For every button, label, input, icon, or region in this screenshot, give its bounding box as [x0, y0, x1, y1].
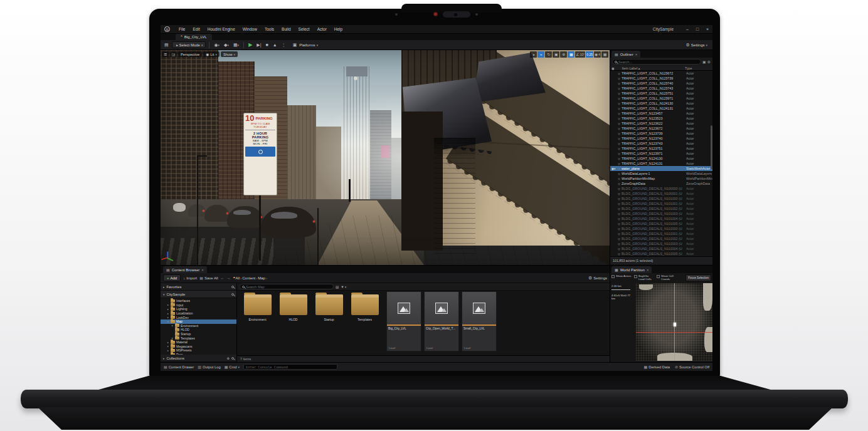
outliner-row[interactable]: ◎BLDG_GROUND_DECALS_N100000 (UActor — [610, 186, 712, 191]
outliner-row[interactable]: ◎WorldDataLayers-1WorldDataLayers — [610, 171, 712, 176]
show-cell-coords-checkbox[interactable]: Show Cell Coords — [657, 274, 678, 281]
outliner-row[interactable]: ◎TRAFFIC_LIGHT_N123457Actor — [610, 111, 712, 116]
platforms-button[interactable]: ▣ Platforms ▾ — [289, 41, 320, 48]
folder-tile-hlod[interactable]: HLOD — [275, 292, 311, 321]
outliner-row[interactable]: ◎TRAFFIC_LIGHT_N123740Actor — [610, 136, 712, 141]
save-icon[interactable]: ▤ — [163, 43, 170, 48]
search-icon[interactable] — [231, 357, 234, 360]
settings-button[interactable]: ⚙ Settings ▾ — [684, 41, 710, 48]
focus-selection-button[interactable]: Focus Selection — [685, 274, 711, 281]
outliner-row[interactable]: ◎TRAFFIC_LIGHT_N123971Actor — [610, 151, 712, 156]
viewport-menu-icon[interactable]: ☰ — [162, 51, 169, 57]
menu-window[interactable]: Window — [239, 27, 261, 31]
viewport[interactable]: 10 PARKING 9PM TO 11AM TUESDAY 2 HOUR PA… — [161, 50, 610, 265]
citysample-root[interactable]: ▾ CitySample — [161, 291, 236, 298]
menu-help[interactable]: Help — [331, 27, 346, 31]
menu-build[interactable]: Build — [278, 27, 294, 31]
outliner-row[interactable]: ◎BLDG_GROUND_DECALS_N102005 (UActor — [610, 251, 712, 256]
outliner-row[interactable]: ◎BLDG_GROUND_DECALS_N102004 (UActor — [610, 246, 712, 251]
outliner-row[interactable]: ◎BLDG_GROUND_DECALS_N102000 (UActor — [610, 226, 712, 231]
tree-item-environment[interactable]: ▸Environment — [161, 324, 236, 328]
add-collection-icon[interactable]: ⊕ — [226, 356, 230, 360]
scale-snap-icon[interactable]: 0.25 — [586, 51, 593, 58]
level-tile-big-city-lvl[interactable]: Big_City_LVLLevel — [386, 291, 421, 351]
outliner-row[interactable]: ◎BLDG_GROUND_DECALS_N101002 (UActor — [610, 206, 712, 211]
outliner-search[interactable] — [612, 59, 701, 65]
filter-icon[interactable]: ▼▾ — [341, 285, 346, 289]
outliner-row[interactable]: ◎TRAFFIC_LIGHT_N124130Actor — [610, 156, 712, 161]
scale-tool-icon[interactable]: ▣ — [553, 51, 559, 58]
outliner-row[interactable]: ◎BLDG_GROUND_DECALS_N101003 (UActor — [610, 211, 712, 216]
asset-search-input[interactable] — [246, 285, 331, 289]
breadcrumb-map[interactable]: Map — [258, 276, 265, 280]
stop-button[interactable]: ■ — [264, 43, 269, 47]
console-input[interactable]: Enter Console Command — [243, 364, 337, 370]
folder-tile-startup[interactable]: Startup — [311, 292, 347, 321]
folder-tile-environment[interactable]: Environment — [240, 292, 275, 321]
outliner-row[interactable]: ◎BLDG_GROUND_DECALS_N102002 (UActor — [610, 236, 712, 241]
viewport-maximize-icon[interactable]: ◲ — [170, 51, 177, 57]
outliner-row[interactable]: ◎BLDG_GROUND_DECALS_N100001 (UActor — [610, 191, 712, 196]
menu-houdini-engine[interactable]: Houdini Engine — [204, 27, 239, 31]
tab-content-browser[interactable]: ▤ Content Browser × — [163, 266, 207, 273]
outliner-row[interactable]: ◎TRAFFIC_LIGHT_N124131Actor — [610, 161, 712, 166]
world-space-icon[interactable]: ⊕ — [560, 51, 567, 58]
outliner-scrollbar[interactable] — [711, 125, 712, 169]
grid-snap-icon[interactable]: ▦ — [568, 51, 574, 58]
outliner-row[interactable]: ◎TRAFFIC_LIGHT_N123743Actor — [610, 141, 712, 146]
breadcrumb-all[interactable]: All — [236, 276, 240, 280]
tab-big-city-lvl[interactable]: * Big_City_LVL — [176, 34, 212, 40]
outliner-row[interactable]: ◎BLDG_GROUND_DECALS_N101005 (UActor — [610, 221, 712, 226]
outliner-row[interactable]: ◉▾◎water_planeStaticMeshActor — [610, 166, 712, 171]
outliner-row[interactable]: ◎TRAFFIC_LIGHT_N123523Actor — [610, 116, 712, 121]
outliner-row[interactable]: ◎TRAFFIC_LIGHT_N123751Actor — [610, 146, 712, 151]
close-icon[interactable]: × — [647, 268, 649, 272]
outliner-search-input[interactable] — [618, 60, 699, 64]
show-actors-checkbox[interactable]: Show Actors — [611, 274, 633, 278]
play-button[interactable]: ▶ — [247, 42, 253, 48]
search-icon[interactable] — [231, 286, 234, 288]
outliner-row[interactable]: ◎TRAFFIC_LIGHT_COLL_N123743Actor — [610, 86, 712, 91]
outliner-row[interactable]: ◎BLDG_GROUND_DECALS_N102003 (UActor — [610, 241, 712, 246]
select-tool-icon[interactable]: ▲ — [530, 51, 537, 58]
outliner-row[interactable]: ◎TRAFFIC_LIGHT_COLL_N123672Actor — [610, 71, 712, 76]
view-mode-button[interactable]: ◉ Lit ▾ — [203, 51, 220, 57]
tab-world-partition[interactable]: ▦ World Partition × — [611, 266, 652, 273]
camera-menu-button[interactable]: Perspective — [178, 51, 202, 57]
asset-search[interactable] — [240, 284, 334, 289]
tree-item-hlod[interactable]: HLOD — [161, 328, 236, 332]
menu-actor[interactable]: Actor — [314, 27, 331, 31]
menu-select[interactable]: Select — [295, 27, 314, 31]
blueprints-icon[interactable]: ◆▾ — [223, 43, 230, 48]
menu-file[interactable]: File — [175, 27, 189, 31]
tree-item-startup[interactable]: Startup — [161, 332, 236, 336]
select-mode-button[interactable]: ▲ Select Mode ▾ — [172, 41, 206, 48]
outliner-row[interactable]: ◎BLDG_GROUND_DECALS_N102001 (UActor — [610, 231, 712, 236]
add-button[interactable]: +Add — [163, 274, 181, 281]
minimize-button[interactable]: – — [682, 27, 692, 31]
derived-data-button[interactable]: ▦ Derived Data — [644, 365, 670, 369]
outliner-row[interactable]: ◎BLDG_GROUND_DECALS_N101000 (UActor — [610, 196, 712, 201]
search-icon[interactable] — [231, 293, 234, 296]
rotate-tool-icon[interactable]: ↻ — [545, 51, 552, 58]
favorites-section[interactable]: ▸ Favorites — [161, 283, 236, 291]
outliner-row[interactable]: ◎WorldPartitionMiniMapWorldPartitionMin — [610, 176, 712, 181]
outliner-row[interactable]: ◎TRAFFIC_LIGHT_COLL_N123739Actor — [610, 76, 712, 81]
new-folder-icon[interactable]: ▣ — [702, 60, 706, 64]
play-options-icon[interactable]: ⋮ — [280, 43, 287, 48]
bugitgo-checkbox[interactable]: BugItGo Load Cells — [634, 274, 655, 281]
close-icon[interactable]: × — [201, 268, 204, 272]
tab-outliner[interactable]: ▤ Outliner × — [611, 51, 640, 58]
outliner-row[interactable]: ◎BLDG_GROUND_DECALS_N101001 (UActor — [610, 201, 712, 206]
level-tile-small-city-lvl[interactable]: Small_City_LVLLevel — [462, 291, 497, 351]
outliner-row[interactable]: ◎ZoneGraphDataZoneGraphData — [610, 181, 712, 186]
history-back-icon[interactable]: ← — [221, 276, 225, 280]
source-control-button[interactable]: ⊘ Source Control Off — [675, 365, 709, 369]
import-button[interactable]: ↓Import — [183, 276, 197, 280]
type-column-header[interactable]: Type — [685, 66, 711, 70]
close-icon[interactable]: × — [635, 53, 638, 56]
level-tile-city-open-world-template[interactable]: City_Open_World_TemplateLevel — [424, 291, 459, 351]
outliner-row[interactable]: ◎TRAFFIC_LIGHT_N123622Actor — [610, 121, 712, 126]
launch-button[interactable]: ▲ — [272, 43, 278, 47]
outliner-row[interactable]: ◎BLDG_GROUND_DECALS_N101004 (UActor — [610, 216, 712, 221]
